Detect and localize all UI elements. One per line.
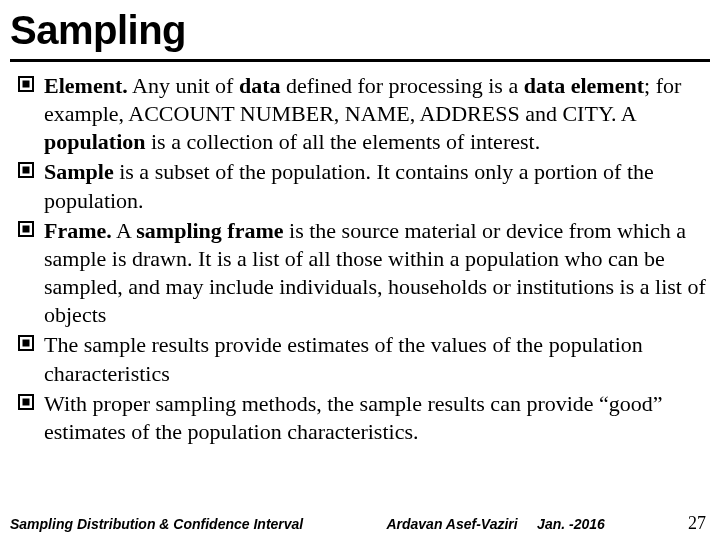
footer-mid: Ardavan Asef-Vaziri Jan. -2016 (303, 516, 688, 532)
bullet-icon (18, 221, 34, 237)
bullet-text: With proper sampling methods, the sample… (44, 390, 706, 446)
slide: Sampling Element. Any unit of data defin… (0, 0, 720, 540)
bullet-text: Element. Any unit of data defined for pr… (44, 72, 706, 156)
list-item: Frame. A sampling frame is the source ma… (18, 217, 706, 330)
page-title: Sampling (10, 8, 710, 53)
bullet-icon (18, 76, 34, 92)
footer-author: Ardavan Asef-Vaziri (386, 516, 517, 532)
svg-rect-3 (23, 167, 30, 174)
footer-date: Jan. -2016 (537, 516, 605, 532)
list-item: The sample results provide estimates of … (18, 331, 706, 387)
bullet-icon (18, 394, 34, 410)
title-rule (10, 59, 710, 62)
footer-page: 27 (688, 513, 706, 534)
list-item: Sample is a subset of the population. It… (18, 158, 706, 214)
list-item: With proper sampling methods, the sample… (18, 390, 706, 446)
bullet-text: The sample results provide estimates of … (44, 331, 706, 387)
footer: Sampling Distribution & Confidence Inter… (0, 513, 720, 534)
list-item: Element. Any unit of data defined for pr… (18, 72, 706, 156)
svg-rect-5 (23, 225, 30, 232)
svg-rect-1 (23, 81, 30, 88)
bullet-text: Sample is a subset of the population. It… (44, 158, 706, 214)
svg-rect-7 (23, 340, 30, 347)
footer-left: Sampling Distribution & Confidence Inter… (10, 516, 303, 532)
bullet-icon (18, 335, 34, 351)
bullet-icon (18, 162, 34, 178)
bullet-text: Frame. A sampling frame is the source ma… (44, 217, 706, 330)
svg-rect-9 (23, 398, 30, 405)
bullet-list: Element. Any unit of data defined for pr… (10, 72, 710, 446)
